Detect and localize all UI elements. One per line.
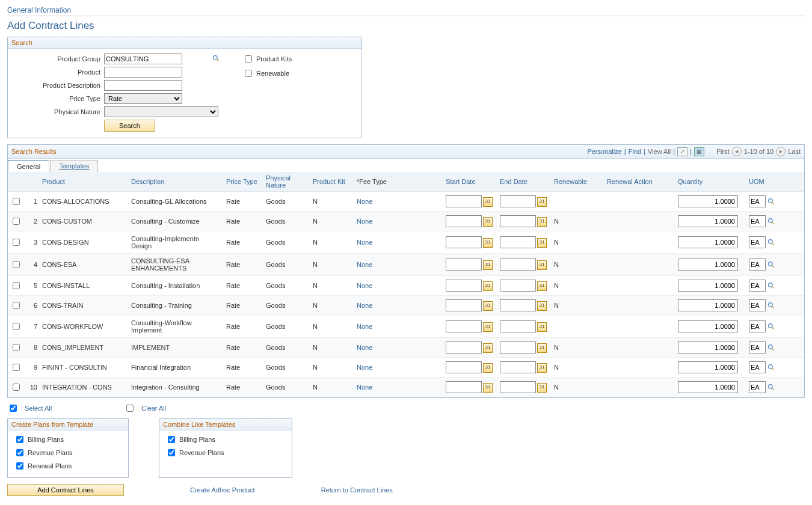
col-quantity[interactable]: Quantity [675, 172, 746, 192]
cell-fee-type[interactable]: None [357, 302, 372, 309]
quantity-input[interactable] [678, 299, 738, 311]
create-renewal-checkbox[interactable]: Renewal Plans [14, 461, 122, 471]
calendar-icon[interactable]: 31 [537, 322, 547, 332]
start-date-input[interactable] [446, 195, 482, 207]
row-checkbox[interactable] [13, 261, 20, 268]
start-date-input[interactable] [446, 280, 482, 292]
col-start-date[interactable]: Start Date [443, 172, 497, 192]
quantity-input[interactable] [678, 381, 738, 393]
select-all-checkbox[interactable] [10, 405, 17, 412]
calendar-icon[interactable]: 31 [483, 343, 493, 353]
cell-fee-type[interactable]: None [357, 344, 372, 351]
col-physical-nature[interactable]: Physical Nature [263, 172, 310, 192]
row-checkbox[interactable] [13, 198, 20, 205]
search-button[interactable]: Search [104, 120, 155, 132]
start-date-input[interactable] [446, 361, 482, 373]
quantity-input[interactable] [678, 361, 738, 373]
cell-fee-type[interactable]: None [357, 218, 372, 225]
product-group-input[interactable] [104, 54, 182, 64]
end-date-input[interactable] [500, 381, 536, 393]
col-fee-type[interactable]: *Fee Type [354, 172, 443, 192]
lookup-icon[interactable] [212, 55, 224, 64]
quantity-input[interactable] [678, 280, 738, 292]
calendar-icon[interactable]: 31 [537, 238, 547, 248]
download-icon[interactable]: ▦ [694, 147, 704, 156]
view-all-link[interactable]: View All [648, 148, 671, 155]
find-link[interactable]: Find [629, 148, 641, 155]
col-renewable[interactable]: Renewable [552, 172, 604, 192]
breadcrumb[interactable]: General Information [7, 6, 805, 14]
personalize-link[interactable]: Personalize [587, 148, 621, 155]
calendar-icon[interactable]: 31 [537, 301, 547, 311]
calendar-icon[interactable]: 31 [483, 363, 493, 373]
start-date-input[interactable] [446, 236, 482, 248]
col-price-type[interactable]: Price Type [224, 172, 263, 192]
uom-input[interactable] [749, 381, 766, 393]
zoom-icon[interactable]: ⤢ [677, 147, 687, 156]
row-checkbox[interactable] [13, 218, 20, 225]
product-input[interactable] [104, 67, 182, 78]
quantity-input[interactable] [678, 259, 738, 271]
uom-input[interactable] [749, 299, 766, 311]
uom-input[interactable] [749, 236, 766, 248]
add-contract-lines-button[interactable]: Add Contract Lines [7, 484, 124, 496]
lookup-icon[interactable] [767, 323, 775, 332]
lookup-icon[interactable] [767, 261, 775, 270]
start-date-input[interactable] [446, 381, 482, 393]
row-checkbox[interactable] [13, 282, 20, 289]
quantity-input[interactable] [678, 195, 738, 207]
create-billing-checkbox[interactable]: Billing Plans [14, 434, 122, 445]
create-adhoc-product-link[interactable]: Create Adhoc Product [190, 486, 255, 494]
tab-templates[interactable]: Templates [50, 160, 98, 172]
first-link[interactable]: First [716, 148, 729, 155]
calendar-icon[interactable]: 31 [483, 260, 493, 270]
uom-input[interactable] [749, 195, 766, 207]
col-product[interactable]: Product [40, 172, 129, 192]
start-date-input[interactable] [446, 259, 482, 271]
start-date-input[interactable] [446, 341, 482, 354]
calendar-icon[interactable]: 31 [537, 197, 547, 207]
end-date-input[interactable] [500, 341, 536, 354]
end-date-input[interactable] [500, 215, 536, 227]
lookup-icon[interactable] [767, 239, 775, 248]
uom-input[interactable] [749, 215, 766, 227]
clear-all-checkbox[interactable] [126, 405, 134, 412]
end-date-input[interactable] [500, 320, 536, 332]
combine-revenue-checkbox[interactable]: Revenue Plans [165, 447, 286, 458]
lookup-icon[interactable] [767, 364, 775, 373]
cell-fee-type[interactable]: None [357, 323, 372, 330]
product-description-input[interactable] [104, 80, 182, 91]
row-checkbox[interactable] [13, 364, 20, 371]
row-checkbox[interactable] [13, 302, 20, 309]
cell-fee-type[interactable]: None [357, 198, 372, 205]
product-kits-checkbox[interactable]: Product Kits [242, 54, 292, 64]
calendar-icon[interactable]: 31 [483, 197, 493, 207]
cell-fee-type[interactable]: None [357, 239, 372, 246]
start-date-input[interactable] [446, 299, 482, 311]
uom-input[interactable] [749, 341, 766, 354]
uom-input[interactable] [749, 259, 766, 271]
quantity-input[interactable] [678, 320, 738, 332]
end-date-input[interactable] [500, 280, 536, 292]
create-revenue-checkbox[interactable]: Revenue Plans [14, 447, 122, 458]
start-date-input[interactable] [446, 320, 482, 332]
renewable-checkbox[interactable]: Renewable [242, 68, 292, 79]
quantity-input[interactable] [678, 341, 738, 354]
combine-billing-checkbox[interactable]: Billing Plans [165, 434, 286, 445]
calendar-icon[interactable]: 31 [483, 217, 493, 227]
uom-input[interactable] [749, 320, 766, 332]
uom-input[interactable] [749, 280, 766, 292]
calendar-icon[interactable]: 31 [537, 343, 547, 353]
calendar-icon[interactable]: 31 [483, 281, 493, 291]
lookup-icon[interactable] [767, 282, 775, 291]
calendar-icon[interactable]: 31 [483, 301, 493, 311]
end-date-input[interactable] [500, 299, 536, 311]
col-uom[interactable]: UOM [746, 172, 804, 192]
row-checkbox[interactable] [13, 323, 20, 330]
price-type-select[interactable]: Rate [104, 93, 182, 104]
calendar-icon[interactable]: 31 [483, 383, 493, 393]
row-checkbox[interactable] [13, 384, 20, 391]
end-date-input[interactable] [500, 361, 536, 373]
tab-general[interactable]: General [8, 160, 49, 172]
prev-arrow-icon[interactable]: ◄ [732, 147, 742, 156]
